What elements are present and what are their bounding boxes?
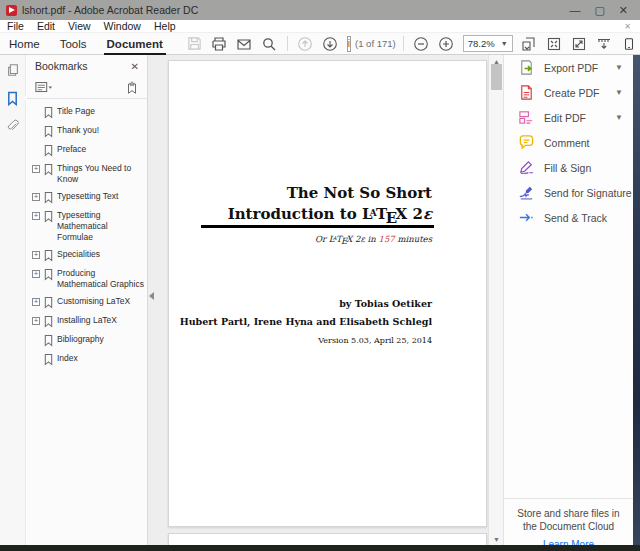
- tool-label: Create PDF: [544, 87, 615, 99]
- tab-tools[interactable]: Tools: [59, 35, 88, 53]
- maximize-button[interactable]: ▢: [594, 5, 604, 16]
- menu-window[interactable]: Window: [104, 20, 141, 32]
- bookmark-item[interactable]: +Thank you!: [27, 122, 147, 141]
- tool-fill-sign[interactable]: Fill & Sign: [504, 155, 633, 180]
- menubar-close-icon[interactable]: ✕: [624, 22, 631, 31]
- bookmark-options-icon[interactable]: [35, 81, 53, 94]
- bookmark-item[interactable]: +Index: [27, 350, 147, 369]
- tool-send-track[interactable]: Send & Track: [504, 205, 633, 230]
- tool-edit-pdf[interactable]: Edit PDF ▼: [504, 105, 633, 130]
- bookmark-item[interactable]: +Things You Need to Know: [27, 160, 147, 188]
- scroll-down-icon[interactable]: ▼: [489, 533, 504, 545]
- document-scrollbar[interactable]: ▲ ▼: [488, 55, 503, 545]
- author-line-1: by Tobias Oetiker: [180, 298, 432, 309]
- close-bookmarks-icon[interactable]: ✕: [131, 61, 139, 72]
- expand-plus-icon[interactable]: +: [32, 165, 40, 173]
- tool-send-for-signature[interactable]: Send for Signature: [504, 180, 633, 205]
- tool-comment[interactable]: Comment: [504, 130, 633, 155]
- fit-page-icon[interactable]: [546, 35, 563, 52]
- tools-panel: Export PDF ▼ Create PDF ▼ Edit PDF ▼: [503, 55, 633, 545]
- bookmark-label: Customising LaTeX: [57, 296, 130, 307]
- bookmark-label: Producing Mathematical Graphics: [57, 268, 145, 290]
- zoom-in-icon[interactable]: [438, 35, 455, 52]
- bookmark-item[interactable]: +Typesetting Text: [27, 188, 147, 207]
- bookmark-icon: [43, 334, 54, 347]
- zoom-out-icon[interactable]: [413, 35, 430, 52]
- bookmark-item[interactable]: +Installing LaTeX: [27, 312, 147, 331]
- zoom-level-dropdown[interactable]: 78.2% ▼: [463, 35, 513, 52]
- menu-edit[interactable]: Edit: [37, 20, 55, 32]
- search-icon[interactable]: [261, 35, 278, 52]
- bookmarks-panel-title: Bookmarks: [35, 60, 131, 72]
- page-thumbnails-icon[interactable]: [4, 61, 22, 79]
- document-pane[interactable]: The Not So Short Introduction to LATEX 2…: [148, 55, 488, 545]
- bookmark-icon: [43, 125, 54, 138]
- toolbar-separator: [287, 36, 288, 51]
- email-icon[interactable]: [236, 35, 253, 52]
- acrobat-window: lshort.pdf - Adobe Acrobat Reader DC — ▢…: [0, 0, 640, 551]
- bookmark-item[interactable]: +Specialities: [27, 246, 147, 265]
- chevron-down-icon[interactable]: ▼: [615, 88, 623, 97]
- bookmark-icon: [43, 353, 54, 366]
- bookmarks-panel-icon[interactable]: [4, 89, 22, 107]
- bookmark-label: Specialities: [57, 249, 100, 260]
- expand-plus-icon[interactable]: +: [32, 270, 40, 278]
- expand-plus-icon[interactable]: +: [32, 212, 40, 220]
- scrollbar-thumb[interactable]: [491, 64, 502, 90]
- expand-plus-icon[interactable]: +: [32, 317, 40, 325]
- bookmark-label: Bibliography: [57, 334, 104, 345]
- comment-icon: [518, 134, 535, 151]
- bookmark-item[interactable]: +Bibliography: [27, 331, 147, 350]
- tool-create-pdf[interactable]: Create PDF ▼: [504, 80, 633, 105]
- bookmark-label: Typesetting Mathematical Formulae: [57, 210, 145, 243]
- menu-view[interactable]: View: [68, 20, 91, 32]
- author-line-2: Hubert Partl, Irene Hyna and Elisabeth S…: [180, 316, 432, 327]
- previous-page-icon[interactable]: [297, 35, 314, 52]
- chevron-down-icon[interactable]: ▼: [615, 113, 623, 122]
- new-bookmark-icon[interactable]: [125, 81, 139, 95]
- tool-label: Export PDF: [544, 62, 615, 74]
- document-title: The Not So Short Introduction to LATEX 2…: [228, 183, 432, 228]
- close-button[interactable]: ✕: [619, 5, 628, 16]
- collapse-panel-arrow-icon[interactable]: [149, 292, 154, 300]
- promo-message: Store and share files in the Document Cl…: [504, 507, 633, 533]
- pdf-page-1: The Not So Short Introduction to LATEX 2…: [168, 60, 487, 527]
- bookmarks-panel: Bookmarks ✕ +Title Page+Thank you!+Prefa…: [27, 55, 148, 545]
- chevron-down-icon[interactable]: ▼: [615, 63, 623, 72]
- bookmark-item[interactable]: +Preface: [27, 141, 147, 160]
- attachments-icon[interactable]: [4, 117, 22, 135]
- bookmark-item[interactable]: +Typesetting Mathematical Formulae: [27, 207, 147, 246]
- hide-toolbar-icon[interactable]: [596, 35, 613, 52]
- bookmark-item[interactable]: +Title Page: [27, 103, 147, 122]
- fill-sign-icon: [518, 159, 535, 176]
- next-page-icon[interactable]: [322, 35, 339, 52]
- mobile-device-icon[interactable]: [621, 35, 638, 52]
- print-icon[interactable]: [211, 35, 228, 52]
- fullscreen-icon[interactable]: [571, 35, 588, 52]
- window-title: lshort.pdf - Adobe Acrobat Reader DC: [22, 4, 569, 16]
- edit-pdf-icon: [518, 109, 535, 126]
- bookmark-icon: [43, 315, 54, 328]
- bookmark-item[interactable]: +Customising LaTeX: [27, 293, 147, 312]
- page-number-input[interactable]: i: [347, 36, 351, 52]
- bookmark-label: Index: [57, 353, 78, 364]
- bookmark-item[interactable]: +Producing Mathematical Graphics: [27, 265, 147, 293]
- page-count-label: (1 of 171): [355, 38, 396, 49]
- expand-plus-icon[interactable]: +: [32, 251, 40, 259]
- bookmark-label: Preface: [57, 144, 86, 155]
- menu-help[interactable]: Help: [154, 20, 176, 32]
- menu-file[interactable]: File: [7, 20, 24, 32]
- expand-plus-icon[interactable]: +: [32, 298, 40, 306]
- save-icon[interactable]: [186, 35, 203, 52]
- tab-document[interactable]: Document: [106, 35, 164, 53]
- tool-label: Comment: [544, 137, 623, 149]
- bookmark-icon: [43, 144, 54, 157]
- tool-export-pdf[interactable]: Export PDF ▼: [504, 55, 633, 80]
- pdf-page-2: [168, 533, 487, 545]
- expand-plus-icon[interactable]: +: [32, 193, 40, 201]
- tab-home[interactable]: Home: [8, 35, 41, 53]
- title-bar: lshort.pdf - Adobe Acrobat Reader DC — ▢…: [0, 0, 640, 20]
- single-page-view-icon[interactable]: [521, 35, 538, 52]
- minimize-button[interactable]: —: [569, 5, 580, 16]
- bookmark-label: Typesetting Text: [57, 191, 118, 202]
